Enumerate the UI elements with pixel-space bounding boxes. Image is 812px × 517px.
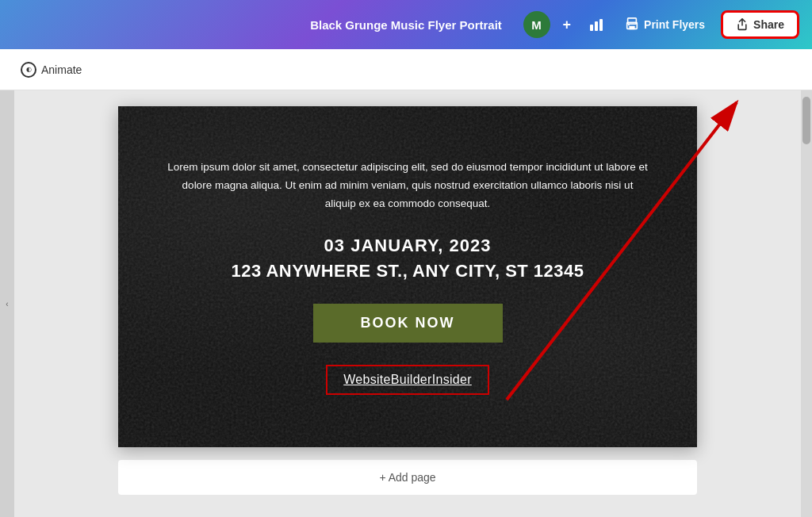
event-date-text: 03 JANUARY, 2023 (324, 236, 492, 256)
print-icon (625, 17, 639, 32)
header-right: M + Print Flyers Share (523, 10, 799, 39)
main-content: ‹ Lorem ipsum dolor sit amet, consectetu… (0, 90, 812, 517)
toolbar: ◐ Animate (0, 49, 812, 90)
website-link-text: WebsiteBuilderInsider (343, 373, 472, 386)
svg-rect-5 (629, 26, 634, 30)
left-panel-toggle[interactable]: ‹ (0, 90, 14, 517)
canvas-area: Lorem ipsum dolor sit amet, consectetur … (14, 90, 801, 517)
svg-rect-1 (595, 21, 598, 31)
print-flyers-label: Print Flyers (644, 18, 705, 31)
share-button[interactable]: Share (721, 10, 799, 39)
animate-button[interactable]: ◐ Animate (13, 57, 90, 82)
add-page-label: + Add page (379, 471, 435, 484)
app-header: Black Grunge Music Flyer Portrait M + Pr… (0, 0, 812, 49)
event-address-text: 123 ANYWHERE ST., ANY CITY, ST 12345 (231, 261, 584, 281)
book-now-button[interactable]: BOOK NOW (313, 304, 503, 343)
svg-rect-2 (599, 19, 603, 31)
plus-button[interactable]: + (560, 13, 575, 36)
share-icon (736, 18, 749, 31)
scrollbar[interactable] (801, 90, 812, 517)
header-center: Black Grunge Music Flyer Portrait (310, 18, 502, 32)
svg-rect-0 (590, 25, 593, 31)
add-page-button[interactable]: + Add page (118, 460, 697, 495)
website-link-box[interactable]: WebsiteBuilderInsider (326, 365, 489, 395)
canvas-content: Lorem ipsum dolor sit amet, consectetur … (118, 106, 697, 447)
print-flyers-button[interactable]: Print Flyers (619, 14, 711, 35)
document-title: Black Grunge Music Flyer Portrait (310, 18, 502, 32)
animate-circle-icon: ◐ (21, 62, 36, 78)
share-label: Share (753, 18, 784, 31)
analytics-button[interactable] (584, 13, 609, 36)
lorem-ipsum-text: Lorem ipsum dolor sit amet, consectetur … (166, 159, 649, 213)
animate-label: Animate (41, 63, 82, 76)
left-chevron-icon: ‹ (6, 300, 8, 308)
design-canvas[interactable]: Lorem ipsum dolor sit amet, consectetur … (118, 106, 697, 447)
avatar-button[interactable]: M (523, 11, 550, 38)
svg-point-6 (628, 25, 630, 26)
scrollbar-thumb[interactable] (802, 97, 810, 144)
bar-chart-icon (588, 17, 604, 33)
